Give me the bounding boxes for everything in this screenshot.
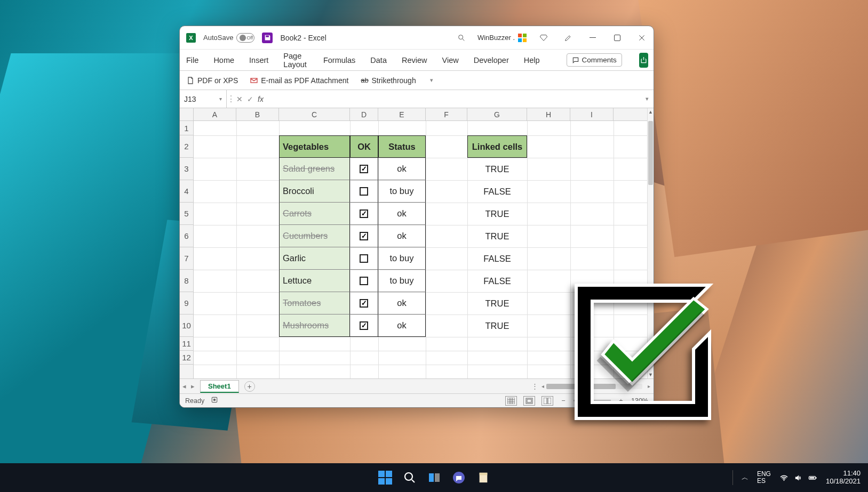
cell-ok-3[interactable] (350, 225, 378, 247)
pdf-or-xps-button[interactable]: PDF or XPS (186, 76, 238, 85)
maximize-button[interactable] (609, 29, 626, 46)
view-page-break-button[interactable] (541, 396, 553, 406)
cell-linked-7[interactable]: TRUE (467, 314, 527, 337)
cells-area[interactable]: VegetablesOKStatusLinked cellsSalad gree… (194, 121, 647, 378)
task-view-icon[interactable] (427, 470, 442, 485)
column-header-D[interactable]: D (350, 108, 378, 120)
autosave-toggle[interactable]: AutoSave Off (203, 33, 254, 43)
cell-ok-4[interactable] (350, 247, 378, 270)
cell-linked-0[interactable]: TRUE (467, 158, 527, 180)
checkbox-5[interactable] (360, 277, 368, 285)
formula-input[interactable] (266, 90, 641, 108)
cell-status-6[interactable]: ok (378, 292, 426, 314)
tab-insert[interactable]: Insert (248, 53, 269, 68)
zoom-slider[interactable] (574, 400, 611, 401)
header-linked-cells[interactable]: Linked cells (467, 135, 527, 158)
account-button[interactable]: WinBuzzer . (477, 33, 528, 43)
row-header-4[interactable]: 4 (180, 180, 193, 203)
hscroll-right-icon[interactable]: ▸ (648, 383, 650, 389)
row-header-1[interactable]: 1 (180, 121, 193, 135)
cell-linked-5[interactable]: FALSE (467, 270, 527, 292)
select-all-corner[interactable] (180, 108, 194, 120)
checkbox-6[interactable] (360, 299, 368, 308)
tab-page-layout[interactable]: Page Layout (282, 49, 309, 72)
view-page-layout-button[interactable] (523, 396, 535, 406)
checkbox-1[interactable] (360, 187, 368, 196)
row-header-8[interactable]: 8 (180, 270, 193, 292)
start-button[interactable] (378, 470, 393, 485)
language-indicator[interactable]: ENG ES (757, 471, 771, 485)
cell-vegetable-0[interactable]: Salad greens (279, 158, 350, 180)
strikethrough-button[interactable]: ab Strikethrough (360, 76, 416, 85)
cancel-formula-icon[interactable]: ✕ (234, 95, 245, 103)
header-vegetables[interactable]: Vegetables (279, 135, 350, 158)
cell-linked-6[interactable]: TRUE (467, 292, 527, 314)
column-header-C[interactable]: C (279, 108, 350, 120)
row-header-6[interactable]: 6 (180, 225, 193, 247)
sheet-tab-active[interactable]: Sheet1 (200, 380, 239, 393)
cell-status-7[interactable]: ok (378, 314, 426, 337)
name-box[interactable]: J13 ▾ (180, 90, 227, 108)
column-header-H[interactable]: H (527, 108, 570, 120)
tray-overflow-icon[interactable]: ︿ (742, 473, 748, 482)
cell-ok-0[interactable] (350, 158, 378, 180)
cell-linked-2[interactable]: TRUE (467, 203, 527, 225)
view-normal-button[interactable] (505, 396, 517, 406)
cell-status-3[interactable]: ok (378, 225, 426, 247)
scrollbar-thumb[interactable] (648, 121, 653, 185)
zoom-out-button[interactable]: − (560, 397, 567, 405)
minimize-button[interactable] (584, 29, 601, 46)
cell-vegetable-3[interactable]: Cucumbers (279, 225, 350, 247)
cell-vegetable-4[interactable]: Garlic (279, 247, 350, 270)
zoom-level[interactable]: 130% (631, 397, 648, 405)
enter-formula-icon[interactable]: ✓ (245, 95, 256, 103)
customize-qat-icon[interactable]: ▾ (430, 77, 433, 84)
taskbar-explorer-icon[interactable] (476, 470, 491, 485)
row-header-11[interactable]: 11 (180, 337, 193, 351)
horizontal-scrollbar[interactable] (546, 384, 642, 389)
diamond-icon[interactable] (535, 29, 552, 46)
save-button[interactable] (262, 33, 273, 43)
cell-ok-1[interactable] (350, 180, 378, 203)
spreadsheet-grid[interactable]: ABCDEFGHI 123456789101112 VegetablesOKSt… (180, 108, 654, 378)
column-header-E[interactable]: E (378, 108, 426, 120)
header-status[interactable]: Status (378, 135, 426, 158)
cell-status-1[interactable]: to buy (378, 180, 426, 203)
tab-home[interactable]: Home (212, 53, 235, 68)
fx-label[interactable]: fx (256, 95, 266, 103)
checkbox-2[interactable] (360, 209, 368, 218)
tab-view[interactable]: View (441, 53, 460, 68)
cell-ok-7[interactable] (350, 314, 378, 337)
checkbox-3[interactable] (360, 232, 368, 240)
cell-vegetable-2[interactable]: Carrots (279, 203, 350, 225)
email-pdf-button[interactable]: E-mail as PDF Attachment (250, 76, 348, 85)
sheet-nav-next[interactable]: ▸ (188, 382, 197, 390)
row-header-10[interactable]: 10 (180, 314, 193, 337)
row-header-7[interactable]: 7 (180, 247, 193, 270)
pen-icon[interactable] (560, 29, 577, 46)
scroll-up-icon[interactable]: ▲ (648, 108, 654, 116)
column-header-I[interactable]: I (570, 108, 614, 120)
sheet-nav-prev[interactable]: ◂ (180, 382, 188, 390)
cell-ok-6[interactable] (350, 292, 378, 314)
cell-linked-4[interactable]: FALSE (467, 247, 527, 270)
cell-vegetable-1[interactable]: Broccoli (279, 180, 350, 203)
cell-vegetable-6[interactable]: Tomatoes (279, 292, 350, 314)
zoom-in-button[interactable]: + (617, 397, 625, 405)
column-header-A[interactable]: A (194, 108, 236, 120)
expand-formula-bar-icon[interactable]: ▾ (641, 95, 654, 102)
share-button[interactable] (639, 53, 648, 68)
vertical-scrollbar[interactable]: ▲ ▼ (647, 108, 654, 378)
header-ok[interactable]: OK (350, 135, 378, 158)
cell-status-4[interactable]: to buy (378, 247, 426, 270)
sheet-options-icon[interactable]: ⋮ (531, 382, 538, 390)
row-header-5[interactable]: 5 (180, 203, 193, 225)
close-button[interactable] (633, 29, 650, 46)
tab-formulas[interactable]: Formulas (322, 53, 356, 68)
comments-button[interactable]: Comments (567, 53, 622, 67)
autosave-switch[interactable]: Off (236, 33, 254, 43)
row-header-12[interactable]: 12 (180, 351, 193, 365)
tab-review[interactable]: Review (401, 53, 428, 68)
tab-file[interactable]: File (185, 53, 200, 68)
column-header-B[interactable]: B (236, 108, 279, 120)
